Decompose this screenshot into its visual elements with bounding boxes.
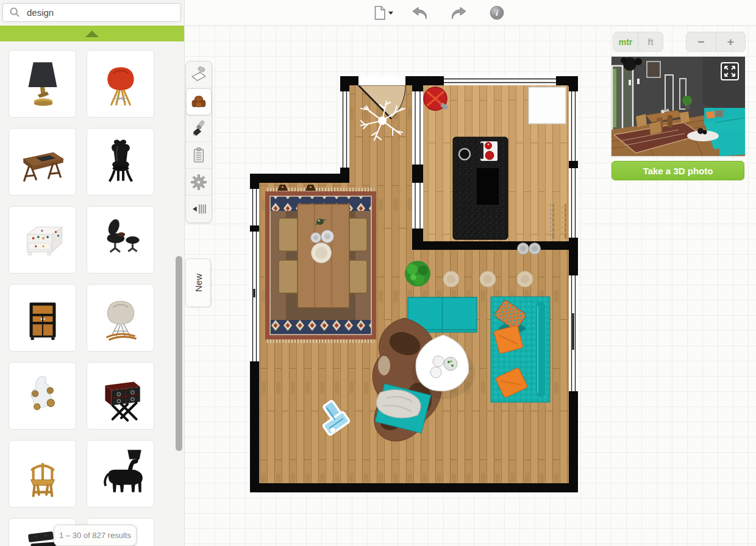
catalog-item-red-campaign-side-table[interactable] xyxy=(87,362,154,430)
catalog-sidebar: 1 – 30 of 827 results xyxy=(0,0,185,546)
faucet xyxy=(480,143,483,159)
horse-lamp-thumbnail xyxy=(93,446,149,502)
trestle-desk-thumbnail xyxy=(15,134,71,190)
trowel-icon xyxy=(190,66,208,84)
armchair-icon xyxy=(190,93,208,111)
catalog-item-black-orange-cabinet[interactable] xyxy=(9,284,76,352)
corner-chair-thumbnail xyxy=(15,446,71,502)
settings-tool-button[interactable] xyxy=(186,169,212,196)
search-input[interactable] xyxy=(26,7,162,18)
search-icon xyxy=(9,7,21,18)
catalog-item-white-painted-chest[interactable] xyxy=(9,206,76,274)
entry-left-window[interactable] xyxy=(340,91,349,168)
svg-text:i: i xyxy=(496,9,498,18)
walls-tool-button[interactable] xyxy=(186,62,212,88)
green-plant[interactable] xyxy=(405,261,430,286)
catalog-item-black-lounge-chair-with-ottoman[interactable] xyxy=(87,206,154,274)
tool-palette xyxy=(185,61,212,223)
kitchen-island[interactable] xyxy=(453,137,508,239)
catalog-item-white-gold-vase[interactable] xyxy=(9,362,76,430)
gear-icon xyxy=(190,173,208,191)
zoom-in-button[interactable]: + xyxy=(716,32,746,51)
clipboard-icon xyxy=(190,146,208,165)
results-count-text: 1 – 30 of 827 results xyxy=(59,531,131,540)
cooktop[interactable] xyxy=(476,168,499,205)
catalog-item-black-gun-table-lamp[interactable] xyxy=(9,50,76,118)
tab-new-room[interactable]: New xyxy=(185,258,211,307)
room-planner-app: i Your 3D rooms xyxy=(0,0,756,546)
results-count-bubble: 1 – 30 of 827 results xyxy=(54,525,137,546)
info-icon: i xyxy=(488,4,505,21)
undo-icon xyxy=(410,4,430,22)
info-button[interactable]: i xyxy=(484,3,510,23)
preview-3d-thumbnail[interactable] xyxy=(612,57,745,156)
sidebar-scrollbar-thumb[interactable] xyxy=(176,256,182,451)
kitchen-right-window-2[interactable] xyxy=(569,168,578,238)
new-document-button[interactable] xyxy=(369,3,395,23)
zoom-control: − + xyxy=(686,32,746,52)
products-list-tool-button[interactable] xyxy=(186,142,212,169)
entry-kitchen-window-upper[interactable] xyxy=(412,91,423,165)
chandelier-center xyxy=(378,116,387,125)
gold-vase-thumbnail xyxy=(15,368,71,424)
white-kitchen-table[interactable] xyxy=(529,87,566,124)
top-toolbar: i Your 3D rooms xyxy=(184,0,756,26)
units-ft-button[interactable]: ft xyxy=(638,32,663,51)
catalog-item-black-horse-lamp[interactable] xyxy=(87,440,154,508)
catalog-item-gray-rocking-chair[interactable] xyxy=(87,284,154,352)
furniture-tool-button[interactable] xyxy=(186,88,212,115)
units-toggle: mtr ft xyxy=(613,32,663,52)
teal-sofa[interactable] xyxy=(491,297,550,402)
entry-kitchen-window-lower[interactable] xyxy=(412,183,423,229)
take-3d-photo-button[interactable]: Take a 3D photo xyxy=(612,161,744,180)
kitchen-right-window-1[interactable] xyxy=(569,91,578,161)
catalog-item-red-plastic-armchair[interactable] xyxy=(87,50,154,118)
paintbrush-icon xyxy=(190,119,208,138)
lounge-chair-thumbnail xyxy=(93,212,149,268)
painted-chest-thumbnail xyxy=(15,212,71,268)
red-armchair-thumbnail xyxy=(93,56,149,112)
tab-new-label: New xyxy=(193,274,204,292)
new-document-icon xyxy=(371,4,387,22)
living-right-window[interactable] xyxy=(569,275,578,391)
orange-cabinet-thumbnail xyxy=(15,290,71,346)
catalog-grid xyxy=(9,50,177,546)
collapse-panel-icon xyxy=(190,200,208,218)
catalog-item-black-baroque-armchair[interactable] xyxy=(87,128,154,196)
baroque-armchair-thumbnail xyxy=(93,134,149,190)
pot xyxy=(459,149,470,160)
floor-poufs[interactable] xyxy=(443,271,533,287)
collapse-panel-tool-button[interactable] xyxy=(186,196,212,222)
floorplan[interactable] xyxy=(245,69,587,500)
living-left-window-2[interactable] xyxy=(250,232,259,361)
collapse-categories-bar[interactable] xyxy=(0,26,184,41)
paint-tool-button[interactable] xyxy=(186,115,212,142)
new-document-caret-icon xyxy=(388,12,393,15)
search-box xyxy=(2,3,181,22)
campaign-table-thumbnail xyxy=(93,368,149,424)
catalog-item-wooden-trestle-desk[interactable] xyxy=(9,128,76,196)
units-mtr-button[interactable]: mtr xyxy=(613,32,638,51)
gun-table-lamp-thumbnail xyxy=(15,56,71,112)
catalog-item-wooden-corner-chair[interactable] xyxy=(9,440,76,508)
rocking-chair-thumbnail xyxy=(93,290,149,346)
expand-preview-icon[interactable] xyxy=(721,63,738,80)
redo-icon xyxy=(448,4,469,22)
stairs[interactable] xyxy=(551,204,567,239)
kitchen-top-window[interactable] xyxy=(444,76,556,85)
redo-button[interactable] xyxy=(446,3,471,23)
collapse-up-icon xyxy=(85,30,99,37)
zoom-out-button[interactable]: − xyxy=(686,32,716,51)
living-left-window-1[interactable] xyxy=(250,189,259,225)
door-opening[interactable] xyxy=(358,76,405,85)
undo-button[interactable] xyxy=(407,3,433,23)
